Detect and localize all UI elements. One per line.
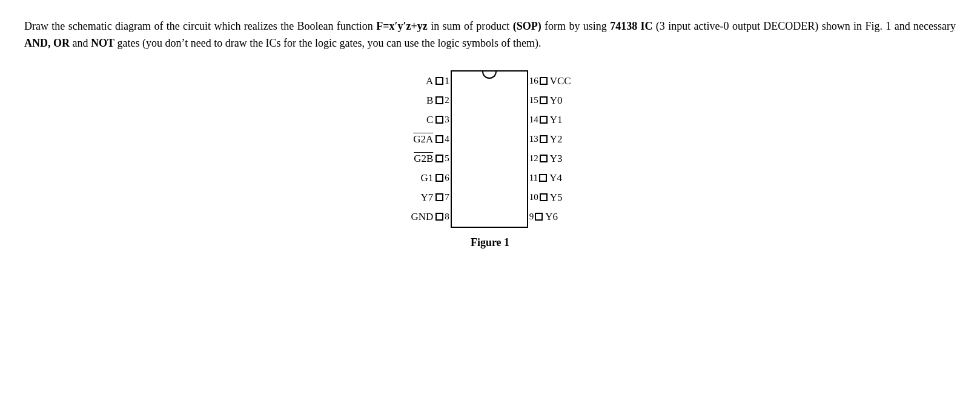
pin-row-9: 9 Y6 bbox=[528, 207, 581, 227]
pin-sq-7 bbox=[435, 193, 443, 201]
pin-num-2: 2 bbox=[443, 95, 451, 105]
pin-num-11: 11 bbox=[528, 173, 539, 183]
pin-row-5: G2B 5 bbox=[399, 149, 451, 168]
pin-label-Y6: Y6 bbox=[543, 211, 576, 223]
pin-num-14: 14 bbox=[528, 115, 540, 125]
pin-row-8: GND 8 bbox=[399, 207, 451, 227]
left-pins: A 1 B 2 C 3 G2A 4 bbox=[399, 72, 451, 227]
pin-row-10: 10 Y5 bbox=[528, 188, 581, 207]
pin-row-11: 11 Y4 bbox=[528, 168, 581, 188]
pin-row-4: G2A 4 bbox=[399, 130, 451, 149]
pin-label-Y3: Y3 bbox=[548, 153, 581, 165]
pin-label-Y4: Y4 bbox=[547, 172, 580, 184]
pin-num-15: 15 bbox=[528, 95, 540, 105]
pin-sq-12 bbox=[540, 155, 548, 162]
figure-label: Figure 1 bbox=[471, 236, 509, 249]
pin-sq-6 bbox=[435, 174, 443, 182]
pin-label-B: B bbox=[399, 95, 435, 107]
pin-num-3: 3 bbox=[443, 115, 451, 125]
pin-num-16: 16 bbox=[528, 76, 540, 86]
pin-label-VCC: VCC bbox=[548, 75, 581, 87]
ic-notch bbox=[482, 72, 497, 79]
pin-num-1: 1 bbox=[443, 76, 451, 86]
pin-label-G2B: G2B bbox=[399, 153, 435, 165]
problem-text: Draw the schematic diagram of the circui… bbox=[24, 18, 956, 52]
pin-sq-16 bbox=[540, 77, 548, 85]
problem-statement: Draw the schematic diagram of the circui… bbox=[24, 18, 956, 52]
pin-sq-10 bbox=[540, 193, 548, 201]
pin-num-8: 8 bbox=[443, 212, 451, 222]
pin-row-1: A 1 bbox=[399, 72, 451, 91]
pin-label-C: C bbox=[399, 114, 435, 126]
pin-label-Y2: Y2 bbox=[548, 133, 581, 145]
pin-row-7: Y7 7 bbox=[399, 188, 451, 207]
pin-row-3: C 3 bbox=[399, 110, 451, 130]
pin-label-Y5: Y5 bbox=[548, 192, 581, 204]
pin-label-G1: G1 bbox=[399, 172, 435, 184]
pin-sq-8 bbox=[435, 213, 443, 221]
pin-sq-1 bbox=[435, 77, 443, 85]
pin-row-2: B 2 bbox=[399, 91, 451, 110]
pin-row-15: 15 Y0 bbox=[528, 91, 581, 110]
ic-body-inner bbox=[452, 72, 527, 227]
pin-row-6: G1 6 bbox=[399, 168, 451, 188]
pin-num-5: 5 bbox=[443, 153, 451, 164]
pin-num-10: 10 bbox=[528, 192, 540, 202]
pin-row-14: 14 Y1 bbox=[528, 110, 581, 130]
pin-num-6: 6 bbox=[443, 173, 451, 183]
pin-num-4: 4 bbox=[443, 134, 451, 144]
pin-sq-15 bbox=[540, 96, 548, 104]
pin-sq-5 bbox=[435, 155, 443, 162]
pin-row-13: 13 Y2 bbox=[528, 130, 581, 149]
pin-label-Y7: Y7 bbox=[399, 192, 435, 204]
pin-sq-11 bbox=[539, 174, 547, 182]
pin-label-Y1: Y1 bbox=[548, 114, 581, 126]
pin-label-GND: GND bbox=[399, 211, 435, 223]
pin-label-G2A: G2A bbox=[399, 133, 435, 145]
pin-label-A: A bbox=[399, 75, 435, 87]
ic-body bbox=[451, 70, 528, 228]
pin-num-9: 9 bbox=[528, 212, 535, 222]
pin-sq-13 bbox=[540, 135, 548, 143]
pin-label-Y0: Y0 bbox=[548, 95, 581, 107]
pin-sq-2 bbox=[435, 96, 443, 104]
pin-num-13: 13 bbox=[528, 134, 540, 144]
figure-area: A 1 B 2 C 3 G2A 4 bbox=[24, 70, 956, 249]
pin-num-7: 7 bbox=[443, 192, 451, 202]
pin-sq-3 bbox=[435, 116, 443, 124]
pin-sq-9 bbox=[535, 213, 543, 221]
pin-sq-14 bbox=[540, 116, 548, 124]
pin-sq-4 bbox=[435, 135, 443, 143]
ic-diagram: A 1 B 2 C 3 G2A 4 bbox=[399, 70, 581, 228]
right-pins: 16 VCC 15 Y0 14 Y1 13 Y2 bbox=[528, 72, 581, 227]
pin-row-16: 16 VCC bbox=[528, 72, 581, 91]
pin-num-12: 12 bbox=[528, 153, 540, 164]
pin-row-12: 12 Y3 bbox=[528, 149, 581, 168]
